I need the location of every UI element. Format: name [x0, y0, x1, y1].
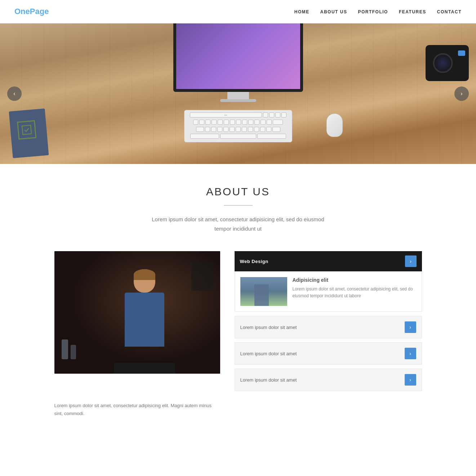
nav-link-features[interactable]: FEATURES	[399, 9, 426, 14]
person-hair	[134, 269, 155, 280]
accordion-header[interactable]: Web Design ›	[235, 251, 422, 271]
person-body	[125, 293, 164, 347]
chevron-right-icon: ›	[410, 258, 412, 264]
accordion-expand-button[interactable]: ›	[405, 255, 417, 267]
slider-next-button[interactable]: ›	[454, 86, 469, 101]
about-right-panel: Web Design › Adipisic	[235, 251, 422, 393]
accordion-body-text: Adipisicing elit Lorem ipsum dolor sit a…	[293, 277, 416, 306]
chevron-right-icon-0: ›	[409, 324, 411, 330]
chevron-right-icon-1: ›	[409, 351, 411, 356]
hero-camera	[426, 45, 469, 81]
accordion-thumbnail	[240, 277, 287, 306]
monitor-stand	[227, 92, 249, 99]
chevron-left-icon: ‹	[13, 90, 15, 97]
about-image-inner	[54, 251, 220, 374]
collapse-item-1[interactable]: Lorem ipsum dolor sit amet ›	[235, 342, 422, 365]
camera-accent	[458, 50, 465, 56]
about-title: ABOUT US	[54, 186, 422, 198]
nav-link-about[interactable]: ABOUT US	[320, 9, 347, 14]
accordion-thumb-inner	[240, 277, 287, 306]
collapse-expand-btn-1[interactable]: ›	[405, 348, 416, 359]
about-inner: ABOUT US Lorem ipsum dolor sit amet, con…	[40, 164, 436, 432]
person-head	[134, 269, 155, 293]
collapse-item-label-2: Lorem ipsum dolor sit amet	[240, 377, 297, 383]
accordion-web-design: Web Design › Adipisic	[235, 251, 422, 312]
nav-item-home[interactable]: HOME	[294, 8, 310, 15]
accordion-item-title: Adipisicing elit	[293, 277, 416, 283]
about-content: Web Design › Adipisic	[54, 251, 422, 393]
accordion-item-text: Lorem ipsum dolor sit amet, consectetur …	[293, 286, 416, 299]
nav-item-portfolio[interactable]: PORTFOLIO	[358, 8, 388, 15]
nav-link-portfolio[interactable]: PORTFOLIO	[358, 9, 388, 14]
collapse-expand-btn-2[interactable]: ›	[405, 374, 416, 386]
chevron-right-icon: ›	[461, 90, 462, 97]
hero-slider: esc	[0, 23, 476, 164]
slider-prev-button[interactable]: ‹	[7, 86, 22, 101]
monitor-base	[220, 99, 256, 102]
accordion-header-label: Web Design	[240, 259, 268, 264]
hero-monitor	[170, 23, 307, 103]
nav-item-features[interactable]: FEATURES	[399, 8, 426, 15]
about-divider	[224, 205, 253, 206]
navbar: OnePage HOME ABOUT US PORTFOLIO FEATURES…	[0, 0, 476, 23]
notebook-icon	[17, 120, 36, 139]
hero-notebook	[9, 108, 49, 158]
about-image	[54, 251, 220, 374]
hero-background: esc	[0, 23, 476, 164]
nav-link-home[interactable]: HOME	[294, 9, 310, 14]
collapse-expand-btn-0[interactable]: ›	[405, 321, 416, 333]
nav-item-contact[interactable]: CONTACT	[437, 8, 462, 15]
svg-rect-0	[22, 125, 31, 134]
hero-keyboard: esc	[184, 110, 292, 142]
logo[interactable]: OnePage	[14, 7, 49, 16]
logo-text: OnePage	[14, 7, 49, 16]
collapse-item-0[interactable]: Lorem ipsum dolor sit amet ›	[235, 316, 422, 338]
collapse-item-label-0: Lorem ipsum dolor sit amet	[240, 325, 297, 330]
hero-mouse	[326, 114, 343, 137]
about-subtitle: Lorem ipsum dolor sit amet, consectetur …	[148, 215, 328, 233]
about-section: ABOUT US Lorem ipsum dolor sit amet, con…	[0, 164, 476, 454]
about-caption-wrapper: Lorem ipsum dolor sit amet, consectetur …	[54, 402, 422, 418]
nav-menu: HOME ABOUT US PORTFOLIO FEATURES CONTACT	[294, 8, 462, 15]
accordion-body: Adipisicing elit Lorem ipsum dolor sit a…	[235, 271, 422, 312]
collapse-list: Lorem ipsum dolor sit amet › Lorem ipsum…	[235, 316, 422, 393]
nav-item-about[interactable]: ABOUT US	[320, 8, 347, 15]
camera-lens	[433, 53, 453, 73]
monitor-screen	[173, 23, 303, 92]
collapse-item-label-1: Lorem ipsum dolor sit amet	[240, 351, 297, 356]
about-caption: Lorem ipsum dolor sit amet, consectetur …	[54, 402, 220, 418]
nav-link-contact[interactable]: CONTACT	[437, 9, 462, 14]
chevron-right-icon-2: ›	[409, 377, 411, 383]
collapse-item-2[interactable]: Lorem ipsum dolor sit amet ›	[235, 369, 422, 391]
